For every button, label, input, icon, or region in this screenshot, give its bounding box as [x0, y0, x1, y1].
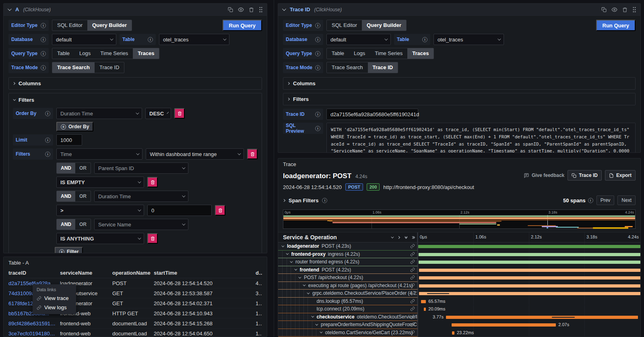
span-timeline-cell[interactable]: [418, 242, 640, 251]
span-row[interactable]: loadgeneratorPOST (4.23s): [278, 242, 640, 251]
editor-type-toggle[interactable]: SQL Editor Query Builder: [326, 20, 407, 31]
remove-query-icon[interactable]: [249, 7, 254, 12]
span-row[interactable]: tcp.connect (20.09ms)20.09ms: [278, 305, 640, 313]
span-link-icon[interactable]: [410, 330, 415, 336]
filter-operator-select[interactable]: IS ANYTHING: [56, 233, 144, 244]
give-feedback-button[interactable]: Give feedback: [524, 173, 564, 178]
export-button[interactable]: Export: [605, 170, 636, 181]
info-icon[interactable]: i: [45, 152, 50, 157]
trace-id-input[interactable]: d2a7155ef6a928a05680e5ff6190241d: [326, 109, 418, 120]
span-duration-bar[interactable]: [421, 300, 426, 303]
span-name-cell[interactable]: dns.lookup (65.57ms): [278, 298, 418, 306]
info-icon[interactable]: i: [322, 198, 327, 203]
remove-filter-button[interactable]: [215, 205, 225, 216]
sql-editor-option[interactable]: SQL Editor: [52, 20, 87, 31]
filter-field-select[interactable]: Service Name: [94, 219, 188, 230]
span-duration-bar[interactable]: [419, 269, 640, 272]
trace-search-option[interactable]: Trace Search: [52, 62, 95, 73]
span-timeline-cell[interactable]: [418, 251, 640, 259]
trace-id-option[interactable]: Trace ID: [368, 62, 398, 73]
span-link-icon[interactable]: [410, 299, 415, 305]
span-collapse-icon[interactable]: [290, 260, 293, 263]
drag-handle-icon[interactable]: [632, 7, 636, 12]
column-header-serviceName[interactable]: serviceName: [60, 270, 112, 276]
span-duration-bar[interactable]: [418, 245, 640, 248]
span-duration-bar[interactable]: [419, 276, 640, 279]
span-duration-bar[interactable]: [419, 284, 640, 288]
and-or-toggle[interactable]: ANDOR: [56, 191, 91, 202]
conjunction-or[interactable]: OR: [75, 163, 91, 173]
panel-title[interactable]: Trace: [278, 158, 640, 169]
run-query-button[interactable]: Run Query: [596, 20, 636, 31]
span-collapse-icon[interactable]: [298, 275, 301, 278]
panel-title[interactable]: Table - A: [4, 257, 267, 268]
span-duration-bar[interactable]: [419, 261, 640, 264]
hide-response-eye-icon[interactable]: [611, 7, 617, 12]
span-row[interactable]: POST /api/checkout (4.22s): [278, 274, 640, 282]
view-trace-link[interactable]: View trace: [37, 295, 72, 301]
info-icon[interactable]: i: [588, 198, 593, 203]
span-link-icon[interactable]: [410, 314, 415, 321]
query-builder-option[interactable]: Query Builder: [87, 20, 132, 31]
filter-value-select[interactable]: Within dashboard time range: [146, 148, 244, 160]
info-icon[interactable]: i: [315, 37, 320, 42]
info-icon[interactable]: i: [41, 51, 46, 56]
span-timeline-cell[interactable]: 3.77s: [418, 313, 640, 321]
query-row-header-a[interactable]: A (ClickHouse): [4, 4, 267, 16]
span-name-cell[interactable]: loadgeneratorPOST (4.23s): [278, 242, 418, 251]
info-icon[interactable]: i: [45, 138, 50, 143]
info-icon[interactable]: i: [41, 23, 46, 28]
span-row[interactable]: checkoutserviceoteldemo.CheckoutService/…: [278, 313, 640, 321]
span-duration-bar[interactable]: [452, 331, 454, 335]
span-link-icon[interactable]: [410, 244, 415, 250]
prev-span-button[interactable]: Prev: [597, 195, 615, 205]
drag-handle-icon[interactable]: [259, 7, 263, 12]
copy-query-icon[interactable]: [601, 7, 607, 12]
span-row[interactable]: prepareOrderItemsAndShippingQuoteFromCar…: [278, 321, 640, 329]
span-collapse-icon[interactable]: [315, 323, 318, 325]
add-filter-button[interactable]: +Filter: [55, 247, 83, 253]
span-timeline-cell[interactable]: [418, 290, 640, 298]
collapse-one-icon[interactable]: [391, 235, 394, 238]
filter-field-select[interactable]: Time: [56, 148, 142, 160]
columns-section-toggle[interactable]: Columns: [283, 77, 636, 90]
span-link-icon[interactable]: [410, 291, 415, 297]
table-select[interactable]: otel_traces: [159, 34, 229, 45]
table-row[interactable]: 3ce7ecfc01941806c...frontend-webdocument…: [8, 329, 262, 337]
expand-one-icon[interactable]: [397, 236, 400, 238]
query-type-traces[interactable]: Traces: [133, 48, 159, 59]
span-collapse-icon[interactable]: [281, 244, 284, 247]
span-collapse-icon[interactable]: [294, 268, 297, 271]
database-select[interactable]: default: [52, 34, 116, 45]
panel-column-divider[interactable]: [274, 0, 274, 337]
info-icon[interactable]: i: [315, 51, 320, 56]
view-logs-link[interactable]: View logs: [37, 304, 72, 310]
query-type-timeseries[interactable]: Time Series: [370, 48, 407, 59]
query-type-traces[interactable]: Traces: [407, 48, 433, 59]
trace-search-option[interactable]: Trace Search: [327, 62, 368, 73]
trace-id-link[interactable]: 3ce7ecfc01941806c...: [8, 331, 60, 337]
span-name-cell[interactable]: prepareOrderItemsAndShippingQuoteFromCar…: [278, 321, 418, 329]
conjunction-and[interactable]: AND: [57, 219, 75, 230]
column-header-traceID[interactable]: traceID: [8, 270, 60, 276]
info-icon[interactable]: i: [148, 37, 153, 42]
span-row[interactable]: grpc.oteldemo.CheckoutService/PlaceOrder…: [278, 290, 640, 298]
filter-field-select[interactable]: Duration Time: [94, 191, 188, 202]
span-link-icon[interactable]: [410, 267, 415, 273]
trace-mode-toggle[interactable]: Trace Search Trace ID: [326, 62, 398, 73]
add-order-by-button[interactable]: +Order By: [56, 122, 93, 132]
span-collapse-icon[interactable]: [320, 331, 322, 333]
span-collapse-icon[interactable]: [286, 252, 289, 255]
trace-id-option[interactable]: Trace ID: [95, 62, 124, 73]
span-name-cell[interactable]: executing api route (pages) /api/checkou…: [278, 282, 418, 290]
conjunction-or[interactable]: OR: [75, 219, 91, 230]
info-icon[interactable]: i: [41, 65, 46, 70]
database-select[interactable]: default: [326, 34, 391, 45]
and-or-toggle[interactable]: ANDOR: [56, 162, 91, 174]
filters-section-toggle[interactable]: Filters: [13, 97, 258, 103]
span-row[interactable]: executing api route (pages) /api/checkou…: [278, 282, 640, 290]
editor-type-toggle[interactable]: SQL Editor Query Builder: [52, 20, 132, 31]
span-row[interactable]: frontendPOST (4.22s): [278, 266, 640, 274]
span-name-cell[interactable]: frontend-proxyingress (4.22s): [278, 251, 418, 259]
span-collapse-icon[interactable]: [311, 315, 314, 318]
